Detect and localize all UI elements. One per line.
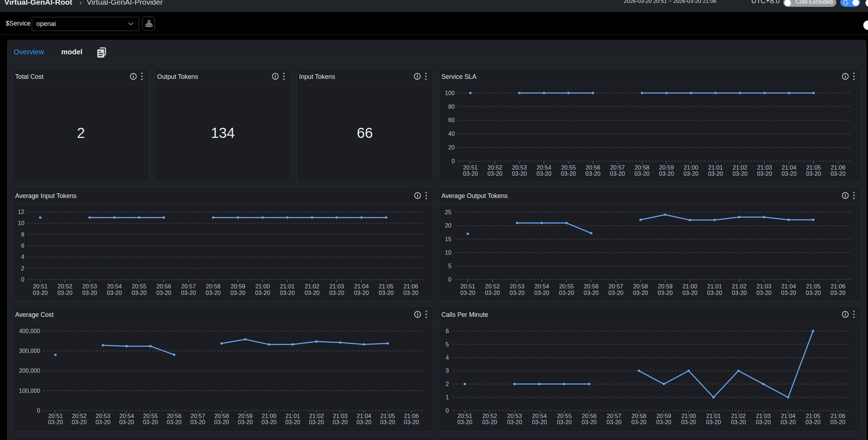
svg-text:20:53: 20:53 — [510, 283, 525, 289]
svg-text:200,000: 200,000 — [19, 367, 40, 374]
svg-text:21:02: 21:02 — [733, 164, 747, 171]
svg-text:03-20: 03-20 — [658, 289, 673, 296]
svg-text:03-20: 03-20 — [214, 419, 229, 425]
svg-text:5: 5 — [448, 262, 451, 269]
svg-text:20:53: 20:53 — [95, 413, 110, 419]
svg-text:21:00: 21:00 — [255, 283, 270, 289]
svg-text:10: 10 — [18, 220, 24, 226]
svg-text:21:04: 21:04 — [781, 283, 796, 289]
svg-text:03-20: 03-20 — [166, 419, 182, 425]
svg-text:15: 15 — [445, 235, 451, 242]
svg-text:3: 3 — [446, 367, 449, 374]
svg-text:03-20: 03-20 — [806, 170, 821, 177]
svg-text:20:51: 20:51 — [33, 283, 48, 289]
svg-text:10: 10 — [445, 249, 451, 255]
svg-text:21:02: 21:02 — [309, 413, 324, 419]
svg-text:20:54: 20:54 — [537, 164, 551, 171]
svg-text:03-20: 03-20 — [584, 289, 599, 296]
svg-text:03-20: 03-20 — [509, 289, 525, 296]
svg-text:03-20: 03-20 — [608, 289, 623, 296]
svg-text:03-20: 03-20 — [831, 170, 846, 177]
svg-text:21:03: 21:03 — [333, 413, 348, 419]
svg-text:03-20: 03-20 — [532, 419, 547, 425]
svg-text:03-20: 03-20 — [354, 289, 369, 296]
svg-text:21:02: 21:02 — [732, 283, 747, 289]
svg-text:21:05: 21:05 — [380, 413, 395, 419]
svg-text:21:01: 21:01 — [280, 283, 295, 289]
svg-text:03-20: 03-20 — [460, 289, 475, 296]
svg-text:03-20: 03-20 — [482, 419, 497, 425]
svg-text:21:04: 21:04 — [354, 283, 369, 289]
svg-text:03-20: 03-20 — [559, 289, 574, 296]
svg-text:03-20: 03-20 — [57, 289, 72, 296]
svg-text:12: 12 — [18, 208, 24, 215]
svg-text:20:57: 20:57 — [607, 413, 622, 419]
svg-text:03-20: 03-20 — [582, 419, 597, 425]
svg-text:20:59: 20:59 — [231, 283, 245, 289]
svg-text:21:06: 21:06 — [831, 413, 845, 419]
svg-text:20:58: 20:58 — [633, 283, 648, 289]
svg-text:20:57: 20:57 — [609, 283, 623, 289]
svg-text:03-20: 03-20 — [707, 289, 722, 296]
svg-text:03-20: 03-20 — [181, 289, 196, 296]
svg-text:03-20: 03-20 — [206, 289, 221, 296]
svg-text:21:03: 21:03 — [329, 283, 344, 289]
svg-text:21:06: 21:06 — [831, 164, 846, 171]
svg-text:03-20: 03-20 — [82, 289, 97, 296]
svg-text:1: 1 — [446, 394, 449, 400]
svg-text:20:56: 20:56 — [156, 283, 171, 289]
svg-text:03-20: 03-20 — [806, 419, 821, 425]
svg-text:20:52: 20:52 — [72, 413, 87, 419]
svg-text:21:06: 21:06 — [404, 413, 419, 419]
svg-text:03-20: 03-20 — [107, 289, 122, 296]
svg-text:03-20: 03-20 — [404, 419, 419, 425]
svg-text:21:04: 21:04 — [781, 413, 796, 419]
svg-text:03-20: 03-20 — [190, 419, 205, 425]
svg-text:03-20: 03-20 — [782, 170, 797, 177]
svg-text:20:57: 20:57 — [610, 164, 625, 171]
svg-text:03-20: 03-20 — [356, 419, 371, 425]
svg-text:21:00: 21:00 — [681, 413, 696, 419]
svg-text:03-20: 03-20 — [262, 419, 277, 425]
svg-text:20:54: 20:54 — [107, 283, 122, 289]
svg-text:21:05: 21:05 — [806, 413, 820, 419]
svg-text:03-20: 03-20 — [143, 419, 158, 425]
svg-text:5: 5 — [446, 341, 449, 347]
svg-text:0: 0 — [37, 407, 40, 413]
svg-text:03-20: 03-20 — [757, 170, 772, 177]
svg-text:100: 100 — [445, 90, 455, 96]
svg-text:03-20: 03-20 — [732, 289, 747, 296]
svg-text:400,000: 400,000 — [19, 327, 40, 334]
svg-text:20:54: 20:54 — [119, 413, 134, 419]
svg-text:03-20: 03-20 — [457, 419, 472, 425]
svg-text:20:55: 20:55 — [559, 283, 574, 289]
svg-text:300,000: 300,000 — [19, 347, 40, 354]
svg-text:20:56: 20:56 — [582, 413, 597, 419]
svg-text:20:54: 20:54 — [532, 413, 547, 419]
svg-text:20:56: 20:56 — [167, 413, 182, 419]
svg-text:03-20: 03-20 — [379, 289, 394, 296]
svg-text:03-20: 03-20 — [485, 289, 500, 296]
svg-text:03-20: 03-20 — [659, 170, 674, 177]
svg-text:20:57: 20:57 — [181, 283, 196, 289]
svg-text:03-20: 03-20 — [95, 419, 111, 425]
svg-text:03-20: 03-20 — [610, 170, 625, 177]
svg-text:03-20: 03-20 — [48, 419, 63, 425]
svg-text:03-20: 03-20 — [512, 170, 527, 177]
svg-text:03-20: 03-20 — [537, 170, 552, 177]
svg-text:03-20: 03-20 — [507, 419, 522, 425]
svg-text:03-20: 03-20 — [635, 170, 650, 177]
svg-text:20:57: 20:57 — [191, 413, 205, 419]
svg-text:60: 60 — [448, 117, 455, 123]
svg-text:20:53: 20:53 — [512, 164, 527, 171]
svg-text:03-20: 03-20 — [756, 289, 771, 296]
svg-text:100,000: 100,000 — [19, 387, 40, 394]
svg-text:21:03: 21:03 — [757, 283, 771, 289]
svg-text:03-20: 03-20 — [488, 170, 503, 177]
svg-text:0: 0 — [448, 276, 451, 282]
svg-text:03-20: 03-20 — [333, 419, 348, 425]
svg-text:03-20: 03-20 — [238, 419, 253, 425]
svg-text:20: 20 — [448, 144, 455, 151]
svg-text:21:05: 21:05 — [806, 283, 821, 289]
svg-text:03-20: 03-20 — [255, 289, 270, 296]
